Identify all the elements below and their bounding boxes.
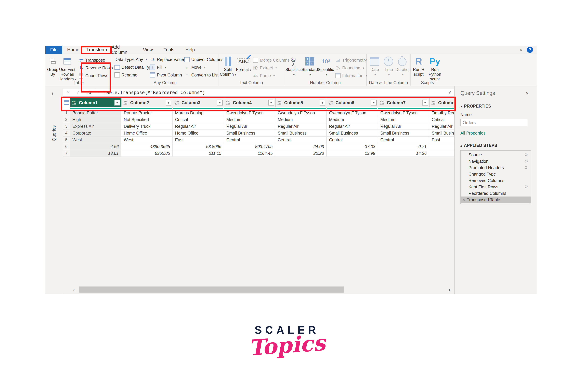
table-cell[interactable]: Regular Air [327,123,378,130]
table-cell[interactable]: Medium [275,116,327,123]
datatype-icon[interactable]: ABC123 [431,101,436,105]
table-cell[interactable]: West [121,137,173,143]
table-cell[interactable]: High [70,116,121,123]
tab-transform[interactable]: Transform [82,46,112,54]
query-name-input[interactable] [460,119,528,126]
fx-icon[interactable]: fx [87,90,91,95]
table-cell[interactable]: Timothy Reese [429,110,454,116]
data-type-button[interactable]: Data Type: Any▾ [114,56,147,63]
table-cell[interactable]: Gwendolyn F Tyson [378,110,429,116]
detect-data-type-button[interactable]: Detect Data Type [114,63,147,71]
column-filter-button[interactable]: ▾ [217,100,223,105]
help-icon[interactable]: ? [527,47,533,53]
tab-home[interactable]: Home [65,46,82,54]
convert-to-list-button[interactable]: ≡ Convert to List [184,71,220,79]
all-properties-link[interactable]: All Properties [460,131,532,136]
fill-button[interactable]: ↓ Fill▾ [150,63,182,71]
datatype-icon[interactable]: ABC123 [175,101,180,105]
table-cell[interactable]: West [70,137,121,143]
table-cell[interactable]: Regular Air [429,123,454,130]
table-cell[interactable]: Gwendolyn F Tyson [224,110,275,116]
table-cell[interactable]: 1164.45 [224,150,275,157]
table-cell[interactable]: 6362.85 [121,150,173,157]
table-cell[interactable]: 803.4705 [224,143,275,150]
column-filter-button[interactable]: ▾ [422,100,428,105]
table-cell[interactable]: 22.23 [275,150,327,157]
table-cell[interactable]: Medium [327,116,378,123]
table-cell[interactable]: Critical [429,116,454,123]
tab-view[interactable]: View [140,46,156,54]
merge-columns-button[interactable]: Merge Columns [253,56,289,64]
close-icon[interactable]: × [526,90,529,96]
table-cell[interactable]: Medium [224,116,275,123]
row-number[interactable]: 1 [63,110,70,116]
table-cell[interactable]: -37.03 [327,143,378,150]
table-cell[interactable]: Express Air [70,123,121,130]
table-cell[interactable]: Central [327,137,378,143]
table-cell[interactable]: Corporate [70,130,121,137]
row-number[interactable]: 6 [63,143,70,150]
table-cell[interactable]: -0.71 [378,143,429,150]
scientific-button[interactable]: 10² Scientific▾ [318,56,334,77]
tab-help[interactable]: Help [183,46,198,54]
table-cell[interactable]: Small Business [378,130,429,137]
scroll-left-icon[interactable]: ‹ [73,287,75,292]
datatype-icon[interactable]: ABC123 [329,101,334,105]
date-button[interactable]: Date▾ [368,56,382,77]
table-cell[interactable]: -53.8096 [173,143,224,150]
formula-input[interactable]: = Table.Transpose(#"Reordered Columns") … [95,88,454,97]
formula-expand-icon[interactable]: ∨ [448,90,454,95]
table-cell[interactable]: 4390.3665 [121,143,173,150]
applied-step[interactable]: Promoted Headers⚙ [461,165,531,171]
table-cell[interactable]: East [173,137,224,143]
table-cell[interactable]: Home Office [121,130,173,137]
table-cell[interactable]: Small Business [275,130,327,137]
table-cell[interactable] [429,150,454,157]
table-cell[interactable]: Central [378,137,429,143]
table-cell[interactable]: Regular Air [173,123,224,130]
count-rows-button[interactable]: Count Rows [78,72,113,79]
collapse-ribbon-icon[interactable]: ∧ [519,47,523,53]
move-button[interactable]: ↔ Move▾ [184,63,220,71]
applied-step[interactable]: ×Transposed Table [461,197,531,203]
table-cell[interactable]: Ronnie Proctor [121,110,173,116]
run-r-script-button[interactable]: R Run R script [411,56,426,77]
table-cell[interactable]: 13.01 [70,150,121,157]
step-settings-gear-icon[interactable]: ⚙ [524,152,528,157]
table-cell[interactable]: Gwendolyn F Tyson [275,110,327,116]
replace-values-button[interactable]: ⇉ Replace Values▾ [150,56,182,63]
cancel-formula-icon[interactable]: × [67,90,69,95]
row-number[interactable]: 3 [63,123,70,130]
datatype-icon[interactable]: ABC123 [277,101,283,105]
table-cell[interactable] [429,143,454,150]
table-cell[interactable]: Regular Air [275,123,327,130]
table-cell[interactable]: Delivery Truck [121,123,173,130]
table-cell[interactable]: Regular Air [224,123,275,130]
duration-button[interactable]: Duration▾ [395,56,409,77]
applied-step[interactable]: Navigation⚙ [461,158,531,165]
column-header[interactable]: ABC123 Column2 ▾ [122,98,173,107]
reverse-rows-button[interactable]: ⇅ Reverse Rows [78,64,113,72]
step-settings-gear-icon[interactable]: ⚙ [524,185,528,189]
pivot-column-button[interactable]: Pivot Column [150,71,182,79]
column-filter-button[interactable]: ▾ [371,100,377,105]
split-column-button[interactable]: Split Column▾ [220,56,236,77]
column-header[interactable]: ABC123 Column4 ▾ [224,98,276,107]
column-filter-button[interactable]: ▾ [114,100,120,105]
column-header[interactable]: ABC123 Column6 ▾ [327,98,378,107]
table-cell[interactable]: East [429,137,454,143]
standard-button[interactable]: +−÷× Standard▾ [302,56,318,77]
column-header[interactable]: ABC123 Column5 ▾ [276,98,327,107]
table-cell[interactable]: Central [275,137,327,143]
delete-step-icon[interactable]: × [463,197,465,202]
column-filter-button[interactable]: ▾ [166,100,171,105]
applied-step[interactable]: Removed Columns [461,177,531,184]
table-cell[interactable]: Medium [378,116,429,123]
column-header[interactable]: ABC123 Column1 ▾ [70,98,122,107]
select-all-corner[interactable] [63,98,70,107]
statistics-button[interactable]: X̄σ∑ Statistics▾ [285,56,302,77]
table-cell[interactable]: 4.56 [70,143,121,150]
table-cell[interactable]: Critical [173,116,224,123]
datatype-icon[interactable]: ABC123 [380,101,385,105]
commit-formula-icon[interactable]: ✓ [76,90,80,95]
